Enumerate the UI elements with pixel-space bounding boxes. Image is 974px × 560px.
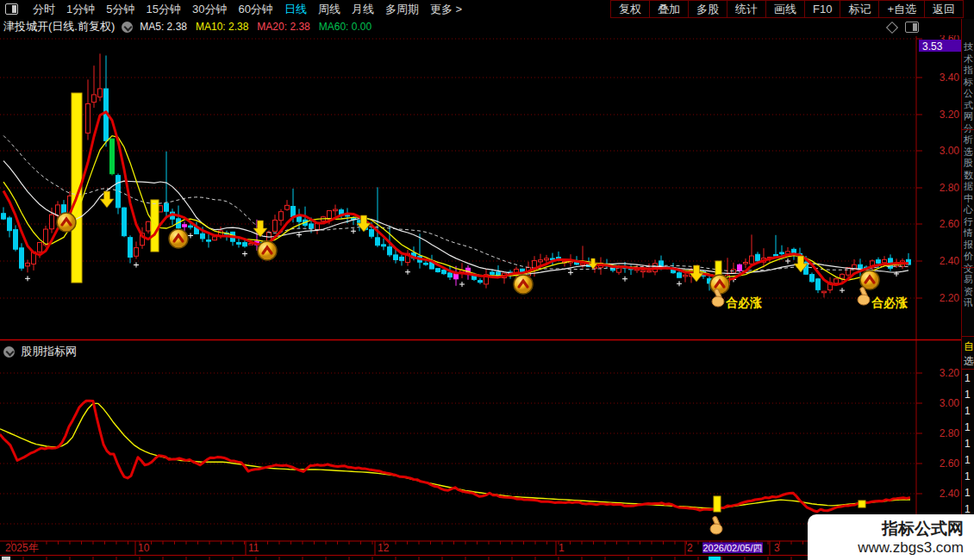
tab-日线[interactable]: 日线	[284, 1, 307, 18]
gold-coin-icon	[514, 275, 533, 294]
signal-highlight-bar	[858, 501, 865, 507]
price-axis-label: 2.40	[940, 255, 960, 267]
tab-1分钟[interactable]: 1分钟	[66, 1, 95, 18]
button-F10[interactable]: F10	[804, 0, 840, 18]
edge-glyph: 数	[964, 170, 974, 182]
watermark-site-name: 指标公式网	[808, 520, 964, 538]
gold-coin-icon	[258, 241, 277, 260]
button-+自选[interactable]: +自选	[878, 0, 925, 18]
price-axis-label: 2.20	[940, 292, 960, 304]
split-window-icon[interactable]	[5, 3, 18, 15]
ma-legend-item: MA5: 2.38	[140, 21, 187, 33]
price-axis-label: 2.60	[940, 457, 960, 470]
edge-glyph: 式	[964, 100, 974, 112]
edge-glyph: 选	[964, 146, 974, 159]
tab-多周期[interactable]: 多周期	[385, 1, 419, 18]
tab-更多 >[interactable]: 更多 >	[430, 1, 462, 18]
edge-tab[interactable]: 选	[964, 354, 974, 368]
chevron-down-icon[interactable]	[122, 22, 133, 33]
button-复权[interactable]: 复权	[610, 0, 650, 18]
toolbar-right: 复权叠加多股统计画线F10标记+自选返回	[611, 0, 964, 18]
price-axis-label: 3.20	[940, 367, 960, 379]
gold-coin-icon	[169, 229, 188, 248]
gold-coin-icon	[710, 275, 729, 294]
price-axis-label: 3.20	[940, 109, 960, 121]
signal-text: 合必涨	[725, 296, 762, 309]
price-axis-label: 3.40	[940, 72, 960, 84]
lower-pane-header: 股朋指标网	[3, 344, 77, 359]
watermark: 指标公式网 www.zbgs3.com	[808, 514, 974, 560]
button-画线[interactable]: 画线	[765, 0, 805, 18]
month-label: 11	[248, 542, 259, 554]
month-label: 10	[138, 542, 150, 554]
month-label: 2	[687, 542, 693, 554]
button-返回[interactable]: 返回	[924, 0, 964, 18]
button-叠加[interactable]: 叠加	[649, 0, 689, 18]
edge-glyph: 术	[964, 53, 974, 65]
button-统计[interactable]: 统计	[727, 0, 766, 18]
ma-legend-item: MA10: 2.38	[196, 21, 248, 33]
edge-number: 1	[965, 436, 971, 452]
price-axis-label: 2.80	[940, 182, 960, 194]
top-toolbar: 分时1分钟5分钟15分钟30分钟60分钟日线周线月线多周期更多 > 复权叠加多股…	[0, 0, 974, 19]
right-edge-panel[interactable]: 技术指标公式网分析选股数据中心行情报价交易资讯 111111111 自选	[961, 19, 974, 560]
edge-glyph: 价	[964, 251, 974, 263]
tab-周线[interactable]: 周线	[318, 1, 340, 18]
edge-number: 1	[965, 485, 971, 501]
price-axis-label: 2.40	[940, 488, 960, 500]
tab-5分钟[interactable]: 5分钟	[106, 1, 134, 18]
tab-60分钟[interactable]: 60分钟	[238, 1, 272, 18]
signal-highlight-bar	[714, 496, 721, 512]
tab-30分钟[interactable]: 30分钟	[192, 1, 227, 18]
edge-glyph: 资	[964, 286, 974, 298]
edge-glyph: 技	[964, 41, 974, 53]
edge-glyph: 股	[964, 158, 974, 170]
edge-number: 1	[965, 420, 971, 436]
tab-分时[interactable]: 分时	[33, 1, 55, 18]
edge-glyph: 报	[964, 240, 974, 252]
tab-15分钟[interactable]: 15分钟	[146, 1, 180, 18]
edge-number: 1	[965, 370, 971, 387]
chevron-down-icon[interactable]	[3, 346, 15, 358]
price-axis-label: 3.00	[940, 397, 960, 409]
edge-glyph: 据	[964, 181, 974, 193]
lower-pane-title: 股朋指标网	[21, 344, 77, 359]
edge-glyph: 标	[964, 77, 974, 89]
diamond-icon[interactable]	[886, 21, 898, 33]
month-label: 3	[774, 542, 780, 554]
price-axis-label: 2.60	[940, 218, 960, 230]
edge-tab[interactable]: 自	[964, 339, 974, 353]
titlebar: 津投城开(日线.前复权) MA5: 2.38MA10: 2.38MA20: 2.…	[0, 18, 974, 35]
edge-separator	[962, 267, 974, 268]
month-label: 12	[378, 542, 390, 554]
price-axis-label: 3.00	[940, 145, 960, 157]
edge-glyph: 中	[964, 193, 974, 205]
edge-glyph: 析	[964, 134, 974, 146]
edge-glyph: 心	[964, 204, 974, 216]
gold-coin-icon	[860, 271, 879, 289]
gold-coin-icon	[57, 213, 76, 232]
edge-glyph: 讯	[964, 297, 974, 309]
edge-number: 1	[965, 403, 971, 420]
edge-list-numbers: 111111111	[965, 370, 971, 518]
edge-number: 1	[965, 387, 971, 403]
edge-glyph: 公	[964, 88, 974, 100]
panel-split-icon[interactable]	[905, 22, 919, 33]
button-标记[interactable]: 标记	[840, 0, 879, 18]
ma-legend-item: MA60: 0.00	[319, 21, 371, 33]
edge-number: 1	[965, 452, 971, 469]
selected-date-label: 2026/02/05/四	[702, 543, 762, 553]
edge-number: 1	[965, 469, 971, 485]
edge-glyph: 易	[964, 274, 974, 286]
stock-title: 津投城开(日线.前复权)	[3, 19, 115, 34]
tab-月线[interactable]: 月线	[352, 1, 374, 18]
edge-glyph-column: 技术指标公式网分析选股数据中心行情报价交易资讯	[964, 41, 974, 309]
edge-separator	[962, 369, 974, 370]
edge-separator	[962, 129, 974, 130]
button-多股[interactable]: 多股	[688, 0, 727, 18]
chart-canvas[interactable]: 3.603.403.203.002.802.602.402.20合必涨合必涨3.…	[0, 0, 974, 560]
month-label: 2025年	[5, 542, 39, 554]
month-label: 1	[559, 542, 565, 554]
app-window: 3.603.403.203.002.802.602.402.20合必涨合必涨3.…	[0, 0, 974, 560]
edge-glyph: 行	[964, 216, 974, 228]
